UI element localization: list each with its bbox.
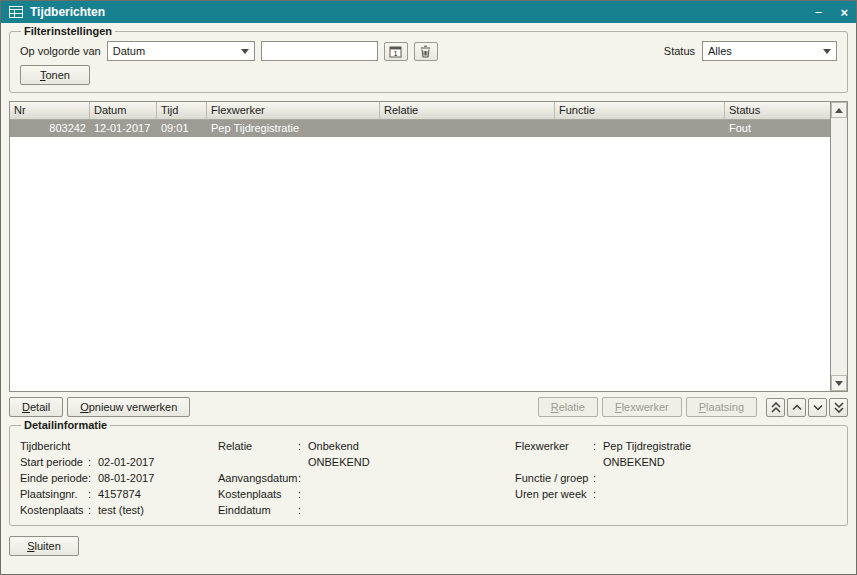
detail-value: 08-01-2017 (98, 470, 218, 486)
sluiten-button[interactable]: Sluiten (9, 536, 79, 556)
detail-value (308, 486, 515, 502)
table-body: 803242 12-01-2017 09:01 Pep Tijdregistra… (10, 120, 830, 391)
detail-value: test (test) (98, 502, 218, 518)
detail-row: Relatie : Onbekend (218, 438, 515, 454)
detail-value: ONBEKEND (603, 454, 837, 470)
status-value: Alles (708, 45, 821, 57)
filter-value-input[interactable] (261, 41, 378, 61)
status-select[interactable]: Alles (702, 41, 837, 61)
double-chevron-down-icon (834, 402, 844, 413)
detail-value: ONBEKEND (308, 454, 515, 470)
order-by-select[interactable]: Datum (107, 41, 255, 61)
calendar-icon: 1 (389, 45, 402, 58)
filter-group-label: Filterinstellingen (21, 25, 115, 37)
detail-label: Kostenplaats (20, 502, 88, 518)
close-button[interactable]: × (840, 6, 848, 19)
detail-row: Aanvangsdatum : (218, 470, 515, 486)
detail-label: Start periode (20, 454, 88, 470)
flexwerker-button[interactable]: Flexwerker (602, 397, 682, 417)
scroll-up-button[interactable] (831, 102, 847, 118)
order-by-value: Datum (113, 45, 239, 57)
plaatsing-button[interactable]: Plaatsing (686, 397, 757, 417)
cell-relatie (380, 120, 555, 137)
table-header: Nr Datum Tijd Flexwerker Relatie Functie… (10, 102, 830, 120)
detail-value: Onbekend (308, 438, 515, 454)
detail-label: Kostenplaats (218, 486, 298, 502)
column-header-relatie[interactable]: Relatie (380, 102, 555, 119)
status-label: Status (664, 45, 695, 57)
cell-status: Fout (725, 120, 830, 137)
detail-value (308, 470, 515, 486)
minimize-button[interactable]: − (815, 6, 823, 19)
detail-label: Functie / groep (515, 470, 593, 486)
app-icon (9, 6, 23, 18)
messages-table: Nr Datum Tijd Flexwerker Relatie Functie… (9, 101, 848, 392)
detail-row: Kostenplaats : test (test) (20, 502, 218, 518)
column-header-nr[interactable]: Nr (10, 102, 90, 119)
detail-row: Plaatsingnr. : 4157874 (20, 486, 218, 502)
detail-row (515, 502, 837, 518)
detail-row: Functie / groep : (515, 470, 837, 486)
column-header-status[interactable]: Status (725, 102, 830, 119)
table-row[interactable]: 803242 12-01-2017 09:01 Pep Tijdregistra… (10, 120, 830, 137)
record-navigation (766, 398, 848, 417)
last-record-button[interactable] (829, 398, 848, 417)
chevron-down-icon (239, 49, 251, 54)
detail-row: Start periode : 02-01-2017 (20, 454, 218, 470)
title-bar: Tijdberichten − × (1, 1, 856, 23)
detail-label: Tijdbericht (20, 438, 88, 454)
double-chevron-up-icon (771, 402, 781, 413)
detail-label (515, 502, 593, 518)
detail-column-1: Tijdbericht Start periode : 02-01-2017 E… (20, 438, 218, 518)
trash-icon (420, 45, 431, 58)
vertical-scrollbar[interactable] (830, 102, 847, 391)
first-record-button[interactable] (766, 398, 785, 417)
scroll-down-button[interactable] (831, 375, 847, 391)
detail-label: Einddatum (218, 502, 298, 518)
reprocess-button[interactable]: Opnieuw verwerken (67, 397, 190, 417)
detail-value (603, 502, 837, 518)
filter-group: Filterinstellingen Op volgorde van Datum… (9, 25, 848, 93)
cell-tijd: 09:01 (157, 120, 207, 137)
detail-label: Uren per week (515, 486, 593, 502)
detail-group: Detailinformatie Tijdbericht Start perio… (9, 419, 848, 526)
detail-value (98, 438, 218, 454)
cell-functie (555, 120, 725, 137)
detail-row: ONBEKEND (515, 454, 837, 470)
cell-datum: 12-01-2017 (90, 120, 157, 137)
detail-row: Flexwerker : Pep Tijdregistratie (515, 438, 837, 454)
relatie-button[interactable]: Relatie (538, 397, 598, 417)
detail-label: Relatie (218, 438, 298, 454)
detail-value (308, 502, 515, 518)
cell-nr: 803242 (10, 120, 90, 137)
detail-label (218, 454, 298, 470)
detail-row: Einde periode : 08-01-2017 (20, 470, 218, 486)
detail-column-2: Relatie : Onbekend ONBEKEND Aanvangsdatu… (218, 438, 515, 518)
detail-button[interactable]: Detail (9, 397, 63, 417)
chevron-up-icon (792, 404, 802, 411)
footer: Sluiten (9, 536, 848, 556)
svg-text:1: 1 (394, 48, 398, 57)
next-record-button[interactable] (808, 398, 827, 417)
action-row: Detail Opnieuw verwerken Relatie Flexwer… (9, 397, 848, 417)
detail-row: ONBEKEND (218, 454, 515, 470)
column-header-flexwerker[interactable]: Flexwerker (207, 102, 380, 119)
triangle-down-icon (835, 381, 843, 386)
column-header-functie[interactable]: Functie (555, 102, 725, 119)
window-title: Tijdberichten (30, 5, 808, 19)
calendar-button[interactable]: 1 (384, 42, 408, 61)
detail-value: 02-01-2017 (98, 454, 218, 470)
column-header-tijd[interactable]: Tijd (157, 102, 207, 119)
detail-label: Einde periode (20, 470, 88, 486)
previous-record-button[interactable] (787, 398, 806, 417)
chevron-down-icon (821, 49, 833, 54)
detail-value: 4157874 (98, 486, 218, 502)
detail-column-3: Flexwerker : Pep Tijdregistratie ONBEKEN… (515, 438, 837, 518)
delete-filter-button[interactable] (414, 42, 438, 61)
detail-group-label: Detailinformatie (21, 419, 110, 431)
triangle-up-icon (835, 108, 843, 113)
scrollbar-track[interactable] (831, 118, 847, 375)
tonen-button[interactable]: Tonen (20, 65, 90, 85)
column-header-datum[interactable]: Datum (90, 102, 157, 119)
detail-row: Kostenplaats : (218, 486, 515, 502)
